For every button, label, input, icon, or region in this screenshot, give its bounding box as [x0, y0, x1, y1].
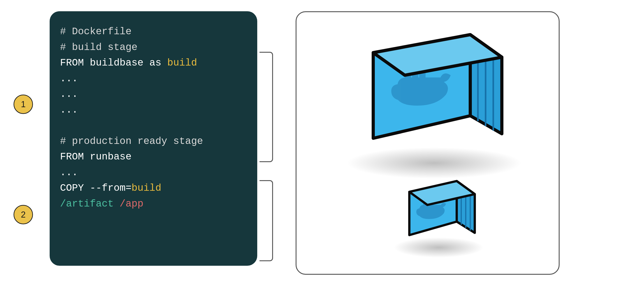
code-line-11a: COPY --from=	[60, 182, 132, 194]
badge-1-label: 1	[21, 100, 26, 109]
code-line-12a: /artifact	[60, 198, 120, 209]
code-line-10: ...	[60, 167, 78, 178]
badge-2-label: 2	[21, 210, 26, 220]
code-line-6: ...	[60, 104, 78, 116]
code-line-12b: /app	[120, 198, 144, 209]
code-line-5: ...	[60, 89, 78, 100]
code-line-4: ...	[60, 73, 78, 84]
code-line-9: FROM runbase	[60, 151, 132, 162]
illustration-panel	[296, 11, 560, 275]
code-line-8: # production ready stage	[60, 136, 203, 147]
stage-badge-2: 2	[14, 205, 33, 224]
large-docker-container-icon	[344, 26, 516, 156]
stage-badge-1: 1	[14, 95, 33, 114]
multistage-diagram: 1 2 # Dockerfile # build stage FROM buil…	[11, 11, 633, 275]
code-line-11b: build	[132, 182, 161, 194]
left-column: 1 2 # Dockerfile # build stage FROM buil…	[11, 11, 282, 275]
code-line-1: # Dockerfile	[60, 26, 132, 37]
bracket-stage-2	[260, 180, 273, 261]
small-docker-container-icon	[394, 174, 482, 246]
dockerfile-code-block: # Dockerfile # build stage FROM buildbas…	[50, 11, 257, 266]
code-line-2: # build stage	[60, 42, 138, 53]
bracket-stage-1	[260, 52, 273, 162]
code-line-3b: build	[167, 57, 197, 68]
code-line-3a: FROM buildbase as	[60, 57, 167, 68]
